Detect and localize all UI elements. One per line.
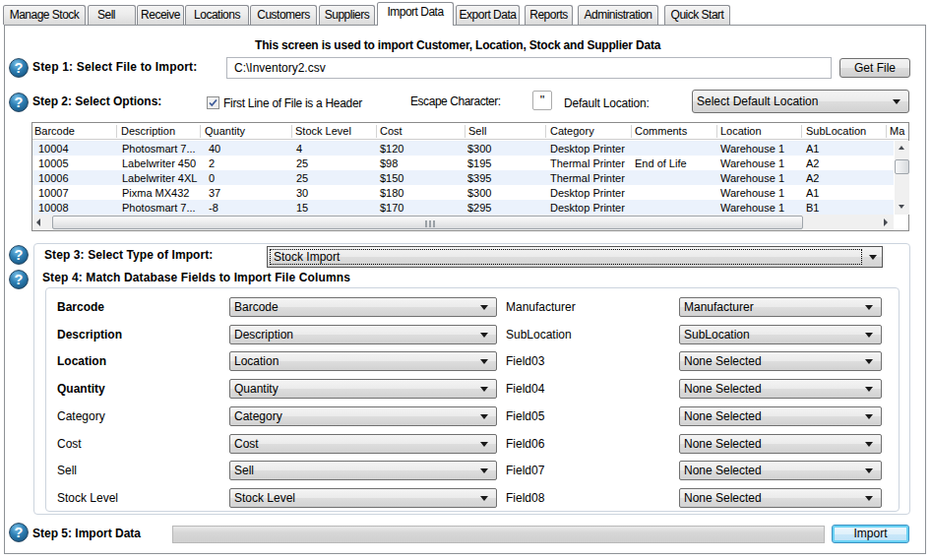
svg-text:?: ? bbox=[15, 60, 24, 76]
